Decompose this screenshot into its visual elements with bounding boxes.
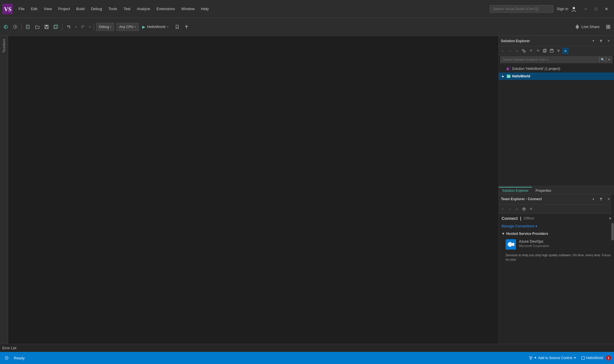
redo-button[interactable] — [79, 23, 87, 31]
menu-debug[interactable]: Debug — [88, 5, 105, 12]
sol-paste-btn[interactable] — [548, 48, 555, 54]
close-button[interactable]: ✕ — [601, 4, 612, 14]
sol-home-btn[interactable]: ⌂ — [514, 48, 520, 54]
te-plug-btn[interactable] — [521, 206, 527, 212]
maximize-button[interactable]: □ — [591, 4, 601, 14]
svg-point-47 — [530, 359, 531, 360]
new-project-button[interactable] — [24, 23, 32, 31]
sol-back-btn[interactable]: ← — [500, 48, 506, 54]
menu-analyze[interactable]: Analyze — [134, 5, 153, 12]
git-status-item[interactable] — [3, 355, 10, 361]
platform-dropdown[interactable]: Any CPU ▾ — [116, 23, 138, 31]
solution-explorer-title: Solution Explorer — [501, 39, 589, 43]
te-forward-btn[interactable]: → — [507, 206, 513, 212]
menu-edit[interactable]: Edit — [28, 5, 40, 12]
scrollbar-thumb[interactable] — [611, 223, 614, 240]
project-node[interactable]: ▶ C# HelloWorld — [499, 73, 614, 80]
forward-nav-button[interactable] — [11, 23, 19, 31]
error-list-label[interactable]: Error List — [2, 346, 16, 350]
svg-rect-7 — [26, 25, 29, 29]
team-explorer-pin-btn[interactable] — [598, 196, 604, 202]
solution-node[interactable]: S Solution 'HelloWorld' (1 project) — [499, 65, 614, 73]
extra-toolbar-button[interactable] — [604, 23, 612, 31]
menu-window[interactable]: Window — [178, 5, 197, 12]
team-explorer-dropdown-btn[interactable]: ▾ — [590, 196, 597, 202]
editor-area[interactable] — [8, 36, 498, 352]
project-status-item[interactable]: HelloWorld — [579, 355, 605, 361]
source-control-dropdown-icon — [574, 356, 576, 359]
svg-marker-4 — [5, 26, 6, 28]
ready-status: Ready — [14, 356, 25, 360]
menu-tools[interactable]: Tools — [106, 5, 120, 12]
azure-devops-name: Azure DevOps — [519, 239, 549, 244]
run-button[interactable]: ▶ HelloWorld ▾ — [140, 23, 171, 30]
live-share-button[interactable]: Live Share — [572, 23, 602, 31]
sign-in-area[interactable]: Sign in — [557, 6, 577, 12]
hosted-providers-header[interactable]: ▼ Hosted Service Providers — [499, 231, 614, 237]
redo-dropdown-button[interactable]: ▾ — [88, 23, 91, 31]
solution-explorer-dropdown-btn[interactable]: ▾ — [590, 38, 597, 44]
svg-text:C#: C# — [507, 75, 511, 78]
sol-settings-btn[interactable]: ⚙ — [555, 48, 562, 54]
solution-search-input[interactable] — [500, 56, 600, 63]
menu-file[interactable]: File — [16, 5, 27, 12]
toolbar-separator-1 — [21, 23, 22, 30]
menu-test[interactable]: Test — [121, 5, 133, 12]
undo-dropdown-button[interactable]: ▾ — [74, 23, 77, 31]
run-label: HelloWorld — [147, 25, 165, 29]
sol-filter-btn[interactable]: ≡ — [562, 48, 569, 54]
connect-dropdown-btn[interactable]: ▾ — [609, 216, 611, 221]
svg-rect-11 — [46, 25, 47, 26]
connect-separator: | — [520, 216, 521, 221]
manage-connections-btn[interactable]: Manage Connections ▾ — [499, 223, 614, 231]
toolbar-separator-3 — [94, 23, 94, 30]
save-button[interactable] — [42, 23, 51, 31]
source-control-button[interactable]: Add to Source Control — [527, 355, 578, 361]
svg-rect-21 — [609, 25, 610, 27]
sol-sync-btn[interactable] — [521, 48, 527, 54]
menu-extensions[interactable]: Extensions — [154, 5, 178, 12]
solution-arrow — [501, 67, 505, 71]
bookmark-button[interactable] — [173, 23, 181, 31]
back-nav-button[interactable] — [2, 23, 10, 31]
undo-button[interactable] — [65, 23, 73, 31]
run-icon: ▶ — [142, 25, 145, 29]
toolbox-panel[interactable]: Toolbox — [0, 36, 8, 352]
save-all-button[interactable] — [52, 23, 60, 31]
solution-search-dropdown[interactable]: ▾ — [606, 56, 612, 63]
manage-conn-dropdown-icon: ▾ — [535, 224, 537, 228]
sol-refresh-btn[interactable]: ↺ — [528, 48, 534, 54]
menu-build[interactable]: Build — [73, 5, 88, 12]
te-back-btn[interactable]: ← — [500, 206, 506, 212]
open-file-button[interactable] — [33, 23, 41, 31]
solution-explorer-close-btn[interactable]: ✕ — [605, 38, 612, 44]
global-search-input[interactable] — [490, 5, 553, 13]
connect-offline-label: Offline — [524, 216, 534, 220]
team-explorer-scrollbar[interactable] — [611, 194, 614, 352]
sol-copy-btn[interactable] — [541, 48, 548, 54]
team-explorer-close-btn[interactable]: ✕ — [605, 196, 612, 202]
te-home-btn[interactable]: ⌂ — [514, 206, 520, 212]
connect-header: Connect | Offline ▾ — [499, 214, 614, 223]
menu-view[interactable]: View — [41, 5, 55, 12]
pin-button[interactable] — [182, 23, 191, 31]
sol-undo-btn[interactable]: ⟲ — [535, 48, 541, 54]
minimize-button[interactable]: − — [580, 4, 591, 14]
solution-explorer-pin-btn[interactable] — [598, 38, 604, 44]
te-refresh-btn[interactable]: ↺ — [528, 206, 534, 212]
notification-badge[interactable]: 1 — [606, 355, 611, 361]
tab-solution-explorer[interactable]: Solution Explorer — [499, 187, 532, 194]
menu-project[interactable]: Project — [55, 5, 73, 12]
azure-devops-corp: Microsoft Corporation — [519, 244, 549, 248]
toolbox-label: Toolbox — [2, 39, 6, 53]
menu-help[interactable]: Help — [198, 5, 212, 12]
solution-explorer-toolbar: ← → ⌂ ↺ ⟲ ⚙ ≡ — [499, 46, 614, 55]
tab-properties[interactable]: Properties — [532, 187, 555, 194]
svg-rect-28 — [543, 50, 545, 52]
sol-forward-btn[interactable]: → — [507, 48, 513, 54]
config-dropdown[interactable]: Debug ▾ — [96, 23, 114, 31]
svg-rect-53 — [582, 356, 585, 359]
azure-devops-icon — [506, 239, 516, 250]
solution-search-button[interactable]: 🔍 — [600, 56, 606, 63]
solution-label: Solution 'HelloWorld' (1 project) — [512, 67, 560, 71]
